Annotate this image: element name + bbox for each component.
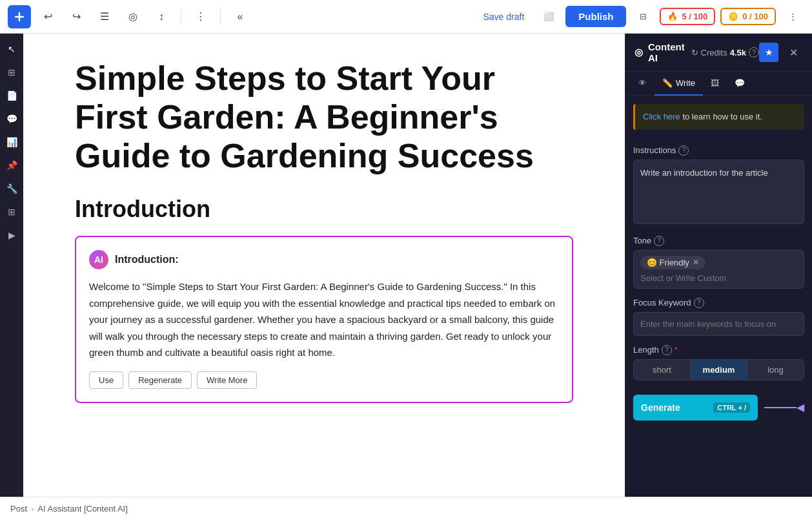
sidebar-cursor-icon[interactable]: ↖ (1, 39, 22, 59)
generate-row: Generate CTRL + / ◀ (633, 395, 804, 421)
ai-generated-content: Welcome to "Simple Steps to Start Your F… (89, 278, 559, 361)
length-label: Length ? * (633, 345, 804, 355)
length-long-button[interactable]: long (747, 360, 804, 380)
tone-field: Tone ? 😊 Friendly ✕ Select or Write Cust… (633, 236, 804, 289)
generate-shortcut: CTRL + / (713, 402, 750, 413)
info-link[interactable]: Click here (643, 112, 680, 121)
write-tab-label: Write (676, 78, 695, 88)
publish-button[interactable]: Publish (565, 6, 626, 27)
section-heading: Introduction (75, 196, 573, 223)
right-panel: ◎ Content AI ↻ Credits 4.5k ? ★ ✕ 👁 ✏️ W… (625, 34, 812, 497)
ai-box-title: Introduction: (115, 254, 179, 265)
preview-button[interactable]: ⬜ (537, 5, 560, 28)
layout-button[interactable]: ⊟ (631, 5, 655, 28)
instructions-input[interactable]: Write an introduction for the article (633, 160, 804, 224)
ai-logo: AI (89, 250, 108, 269)
tab-view[interactable]: 👁 (631, 72, 655, 96)
coin-icon: 🪙 (728, 12, 738, 21)
star-button[interactable]: ★ (759, 43, 778, 62)
instructions-help-icon[interactable]: ? (678, 145, 689, 156)
length-buttons: short medium long (633, 359, 804, 380)
focus-keyword-help-icon[interactable]: ? (694, 298, 704, 308)
more-options-button[interactable]: ⋮ (189, 5, 212, 28)
breadcrumb: Post › AI Assistant [Content AI] (0, 497, 812, 520)
focus-keyword-label: Focus Keyword ? (633, 298, 804, 308)
panel-content: Instructions ? Write an introduction for… (625, 138, 812, 497)
divider1 (181, 9, 181, 25)
regenerate-button[interactable]: Regenerate (128, 371, 192, 389)
sidebar-page-icon[interactable]: 📄 (1, 85, 22, 106)
up-down-button[interactable]: ↕ (150, 5, 173, 28)
generate-button[interactable]: Generate CTRL + / (633, 395, 758, 421)
content-ai-icon: ◎ (634, 47, 643, 58)
editor-area: Simple Steps to Start Your First Garden:… (23, 34, 625, 497)
panel-header-actions: ★ ✕ (759, 43, 803, 62)
divider2 (220, 9, 221, 25)
panel-tabs: 👁 ✏️ Write 🖼 💬 (625, 72, 812, 96)
credits-number: 4.5k (730, 48, 746, 57)
arrow-indicator: ◀ (764, 401, 804, 413)
panel-credits: ↻ Credits 4.5k ? (691, 47, 760, 57)
article-title: Simple Steps to Start Your First Garden:… (75, 59, 573, 175)
arrow-head-icon: ◀ (797, 401, 804, 413)
panel-header: ◎ Content AI ↻ Credits 4.5k ? ★ ✕ (625, 34, 812, 72)
close-panel-button[interactable]: ✕ (784, 43, 803, 62)
info-text: to learn how to use it. (680, 112, 762, 121)
sidebar-pin-icon[interactable]: 📌 (1, 155, 22, 176)
sidebar-tools-icon[interactable]: 🔧 (1, 178, 22, 199)
info-box: Click here to learn how to use it. (633, 104, 804, 130)
chat-tab-icon: 💬 (735, 78, 745, 88)
ai-box-actions: Use Regenerate Write More (89, 371, 559, 389)
length-help-icon[interactable]: ? (662, 345, 672, 355)
tone-input[interactable]: 😊 Friendly ✕ Select or Write Custom (633, 250, 804, 289)
fire-icon: 🔥 (667, 12, 678, 21)
sidebar-comment-icon[interactable]: 💬 (1, 109, 22, 129)
coin-credits-value: 0 / 100 (742, 12, 768, 21)
use-button[interactable]: Use (89, 371, 123, 389)
tone-tag: 😊 Friendly ✕ (640, 256, 705, 269)
credits-help-icon[interactable]: ? (749, 47, 759, 57)
collapse-button[interactable]: « (228, 5, 252, 28)
instructions-field: Instructions ? Write an introduction for… (633, 145, 804, 227)
length-field: Length ? * short medium long (633, 345, 804, 380)
panel-title: ◎ Content AI (634, 41, 691, 63)
left-sidebar: ↖ ⊞ 📄 💬 📊 📌 🔧 ⊞ ▶ (0, 34, 23, 497)
focus-keyword-input[interactable] (633, 312, 804, 336)
credits-spinner-icon: ↻ (691, 48, 698, 57)
image-tab-icon: 🖼 (711, 78, 719, 88)
tab-write[interactable]: ✏️ Write (655, 72, 703, 96)
fire-credits-badge: 🔥 5 / 100 (660, 8, 715, 25)
required-star: * (675, 345, 678, 355)
write-more-button[interactable]: Write More (197, 371, 257, 389)
kebab-menu-button[interactable]: ⋮ (781, 5, 804, 28)
sidebar-analytics-icon[interactable]: 📊 (1, 132, 22, 152)
sidebar-play-icon[interactable]: ▶ (1, 225, 22, 245)
fire-credits-value: 5 / 100 (682, 12, 707, 21)
list-view-button[interactable]: ☰ (93, 5, 116, 28)
ai-box-header: AI Introduction: (89, 250, 559, 269)
redo-button[interactable]: ↪ (65, 5, 88, 28)
target-button[interactable]: ◎ (121, 5, 145, 28)
tab-chat[interactable]: 💬 (727, 72, 753, 96)
tab-image[interactable]: 🖼 (703, 72, 727, 96)
breadcrumb-separator: › (31, 504, 34, 514)
tone-placeholder: Select or Write Custom (640, 273, 797, 283)
length-short-button[interactable]: short (634, 360, 691, 380)
coin-credits-badge: 🪙 0 / 100 (720, 8, 776, 25)
generate-label: Generate (641, 402, 680, 413)
add-block-button[interactable] (8, 5, 31, 28)
main-area: ↖ ⊞ 📄 💬 📊 📌 🔧 ⊞ ▶ Simple Steps to Start … (0, 34, 812, 497)
focus-keyword-field: Focus Keyword ? (633, 298, 804, 336)
tone-remove-button[interactable]: ✕ (693, 258, 699, 267)
save-draft-button[interactable]: Save draft (475, 8, 532, 26)
ai-result-box: AI Introduction: Welcome to "Simple Step… (75, 236, 573, 403)
undo-button[interactable]: ↩ (36, 5, 59, 28)
write-tab-icon: ✏️ (662, 78, 673, 88)
tone-help-icon[interactable]: ? (654, 236, 664, 246)
sidebar-grid-icon[interactable]: ⊞ (1, 202, 22, 222)
tone-tag-label: 😊 Friendly (647, 258, 689, 267)
breadcrumb-post: Post (10, 504, 27, 514)
view-tab-icon: 👁 (638, 78, 647, 88)
sidebar-widget-icon[interactable]: ⊞ (1, 62, 22, 83)
length-medium-button[interactable]: medium (691, 360, 747, 380)
